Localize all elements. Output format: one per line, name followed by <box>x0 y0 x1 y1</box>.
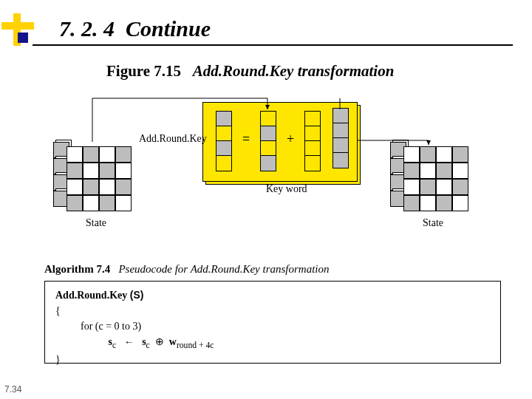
algo-rhs1-sub: c <box>146 341 150 350</box>
diagram-arrows <box>44 96 488 251</box>
page-number: 7.34 <box>4 384 21 395</box>
algo-close-brace: } <box>55 352 490 367</box>
algo-fn-name: Add.Round.Key <box>55 290 127 301</box>
algo-loop: for (c = 0 to 3) <box>81 321 141 332</box>
algo-oplus: ⊕ <box>155 336 164 347</box>
algorithm-box: Add.Round.Key (S) { for (c = 0 to 3) sc … <box>44 281 501 364</box>
section-number: 7. 2. 4 <box>59 16 115 41</box>
algo-open-brace: { <box>55 303 490 318</box>
algorithm-caption: Pseudocode for Add.Round.Key transformat… <box>118 263 329 275</box>
algo-rhs2-var: w <box>169 336 177 347</box>
figure-title: Add.Round.Key transformation <box>193 62 394 80</box>
figure-diagram: State Add.Round.Key = + Key word State <box>44 96 488 251</box>
algo-assign-arrow: ← <box>124 336 134 347</box>
algo-lhs-sub: c <box>112 341 116 350</box>
algorithm-label: Algorithm 7.4 <box>44 263 110 275</box>
figure-label: Figure 7.15 <box>106 62 181 80</box>
algo-fn-arg: (S) <box>130 289 144 301</box>
heading-rule <box>33 44 513 46</box>
algo-rhs2-sub: round + 4c <box>177 341 214 350</box>
section-title: Continue <box>126 16 211 41</box>
algorithm-header: Algorithm 7.4 Pseudocode for Add.Round.K… <box>44 263 330 276</box>
